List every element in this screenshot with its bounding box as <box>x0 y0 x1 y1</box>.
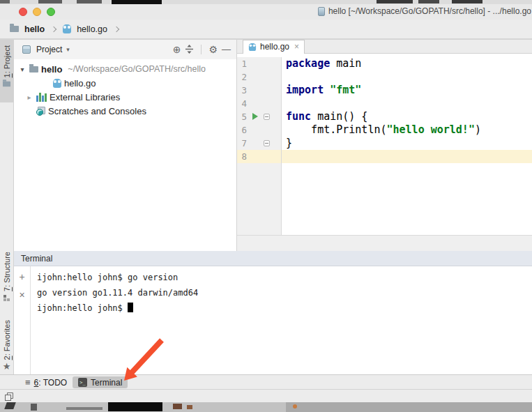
code-text <box>282 150 532 163</box>
window-title: hello [~/Workspace/Go/GOPATH/src/hello] … <box>328 6 531 16</box>
terminal-toolbar: + × <box>14 266 31 374</box>
close-tab-icon[interactable]: × <box>294 42 299 52</box>
tool-window-pane-icon <box>22 45 31 54</box>
code-line-5[interactable]: 5func main() { <box>237 110 532 123</box>
code-line-2[interactable]: 2 <box>237 70 532 84</box>
tool-button-project-label: 1: Project <box>3 45 11 77</box>
code-line-3[interactable]: 3import "fmt" <box>237 84 532 97</box>
tab-hello-go[interactable]: hello.go × <box>243 40 305 54</box>
tool-button-terminal[interactable]: >_ Terminal <box>73 376 128 388</box>
code-line-8[interactable]: 8 <box>237 150 532 163</box>
tool-button-favorites-label: 2: Favorites <box>3 320 11 360</box>
ide-window: hello [~/Workspace/Go/GOPATH/src/hello] … <box>0 4 532 402</box>
code-text: func main() { <box>282 110 532 123</box>
locate-icon[interactable]: ⊕ <box>173 45 181 54</box>
toggle-tool-windows-icon[interactable] <box>4 392 14 402</box>
traffic-lights <box>19 8 55 16</box>
terminal-title: Terminal <box>21 254 52 264</box>
structure-icon <box>3 295 10 301</box>
terminal-icon: >_ <box>78 378 87 387</box>
chevron-right-icon <box>51 26 56 31</box>
code-line-1[interactable]: 1package main <box>237 57 532 70</box>
todo-list-icon: ≡ <box>25 377 31 388</box>
line-number: 1 <box>237 57 247 70</box>
tool-button-todo[interactable]: ≡ 6: TODO <box>20 376 73 388</box>
document-icon <box>318 7 325 16</box>
code-line-6[interactable]: 6 fmt.Println("hello world!") <box>237 123 532 137</box>
terminal-body: + × ijohn:hello john$ go versiongo versi… <box>14 266 532 374</box>
tree-item-label: hello.go <box>64 78 96 89</box>
project-tree: ▾hello~/Workspace/Go/GOPATH/src/hellohel… <box>14 59 236 251</box>
status-bar <box>0 389 532 402</box>
terminal-cursor <box>128 303 133 312</box>
tool-button-todo-label: 6: TODO <box>34 378 68 388</box>
code-text: } <box>282 137 532 150</box>
chevron-right-icon <box>114 26 119 31</box>
background-desktop-sliver <box>0 402 532 412</box>
titlebar[interactable]: hello [~/Workspace/Go/GOPATH/src/hello] … <box>0 4 532 20</box>
tree-item-hello-go[interactable]: hello.go <box>14 76 236 90</box>
bottom-tool-bar: ≡ 6: TODO >_ Terminal <box>0 374 532 389</box>
editor-tab-bar: hello.go × <box>237 40 532 54</box>
zoom-window-button[interactable] <box>47 8 55 16</box>
code-line-4[interactable]: 4 <box>237 97 532 110</box>
code-line-7[interactable]: 7} <box>237 137 532 150</box>
line-number: 6 <box>237 123 247 137</box>
terminal-line: ijohn:hello john$ go version <box>37 270 532 285</box>
code-text <box>282 70 532 84</box>
code-text <box>282 97 532 110</box>
line-number: 5 <box>237 110 247 123</box>
go-file-icon <box>249 43 256 51</box>
terminal-output[interactable]: ijohn:hello john$ go versiongo version g… <box>31 266 532 374</box>
chevron-down-icon[interactable]: ▾ <box>66 46 70 53</box>
breadcrumb-item-hello-go[interactable]: hello.go <box>77 24 107 34</box>
tab-label: hello.go <box>260 42 289 52</box>
line-number: 8 <box>237 150 247 163</box>
terminal-header[interactable]: Terminal <box>14 251 532 266</box>
tree-item-hello[interactable]: ▾hello~/Workspace/Go/GOPATH/src/hello <box>14 62 236 76</box>
window-title-group: hello [~/Workspace/Go/GOPATH/src/hello] … <box>318 6 531 16</box>
code-text: package main <box>282 57 532 70</box>
tool-button-favorites[interactable]: 2: Favorites ★ <box>0 314 13 381</box>
hide-panel-icon[interactable]: — <box>222 45 231 54</box>
code-editor[interactable]: 1package main23import "fmt"45func main()… <box>237 54 532 235</box>
editor-bottom-strip <box>237 235 532 251</box>
add-session-button[interactable]: + <box>19 272 24 282</box>
close-window-button[interactable] <box>19 8 27 16</box>
terminal-line: ijohn:hello john$ <box>37 300 532 316</box>
tool-button-project[interactable]: 1: Project <box>0 40 13 102</box>
close-session-button[interactable]: × <box>19 290 24 300</box>
code-text: import "fmt" <box>282 84 532 97</box>
tree-expanded-arrow[interactable]: ▾ <box>18 66 26 73</box>
run-icon[interactable] <box>252 113 258 120</box>
line-number: 3 <box>237 84 247 97</box>
folder-icon <box>3 82 10 87</box>
screen: hello [~/Workspace/Go/GOPATH/src/hello] … <box>0 0 532 412</box>
tree-item-scratches-and-consoles[interactable]: Scratches and Consoles <box>14 104 236 118</box>
tree-item-external-libraries[interactable]: ▸External Libraries <box>14 90 236 104</box>
editor: hello.go × 1package main23import "fmt"45… <box>237 40 532 251</box>
minimize-window-button[interactable] <box>33 8 41 16</box>
tree-collapsed-arrow[interactable]: ▸ <box>25 93 33 101</box>
terminal-panel: Terminal + × ijohn:hello john$ go versio… <box>14 251 532 374</box>
line-number: 4 <box>237 97 247 110</box>
fold-icon[interactable] <box>264 140 270 146</box>
tree-item-path: ~/Workspace/Go/GOPATH/src/hello <box>68 64 206 74</box>
settings-gear-icon[interactable]: ⚙ <box>208 45 218 54</box>
breadcrumb-item-hello[interactable]: hello <box>24 24 45 34</box>
fold-icon[interactable] <box>264 114 270 120</box>
folder-icon <box>29 66 38 73</box>
libs-icon <box>36 93 47 102</box>
collapse-all-icon[interactable] <box>185 45 194 55</box>
go-file-icon <box>63 24 71 33</box>
tool-button-structure[interactable]: 7: Structure <box>0 246 13 310</box>
line-number: 7 <box>237 137 247 150</box>
tool-button-terminal-label: Terminal <box>91 378 122 388</box>
terminal-line: go version go1.11.4 darwin/amd64 <box>37 285 532 300</box>
project-panel-title[interactable]: Project <box>36 45 62 54</box>
folder-icon <box>10 26 19 32</box>
code-text: fmt.Println("hello world!") <box>282 123 532 137</box>
project-panel-header: Project ▾ ⊕ ⚙ — <box>14 40 236 59</box>
main-area: Project ▾ ⊕ ⚙ — ▾hello~/Workspace/Go/GOP… <box>14 39 532 251</box>
tree-item-label: hello <box>41 64 62 75</box>
